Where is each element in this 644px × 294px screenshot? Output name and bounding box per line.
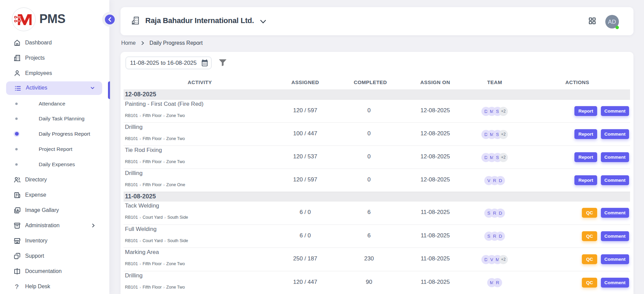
svg-text:?: ?	[15, 283, 19, 290]
